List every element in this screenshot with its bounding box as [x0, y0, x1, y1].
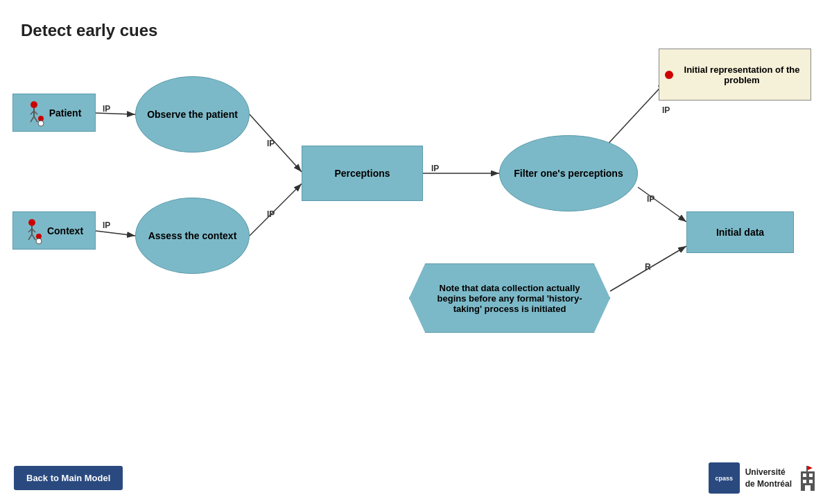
university-logo: Université de Montréal — [745, 467, 792, 490]
page-title: Detect early cues — [21, 21, 157, 40]
context-node: Context — [12, 211, 96, 250]
svg-line-21 — [28, 234, 32, 240]
initial-rep-wrapper: Initial representation of the problem — [659, 49, 811, 101]
svg-point-17 — [28, 219, 35, 226]
initial-data-label: Initial data — [716, 227, 764, 238]
assess-label: Assess the context — [148, 230, 237, 241]
svg-line-4 — [250, 184, 302, 236]
filter-node: Filter one's perceptions — [499, 135, 638, 211]
initial-rep-label: Initial representation of the problem — [679, 64, 811, 85]
initial-rep-dot — [665, 71, 673, 79]
svg-point-24 — [36, 238, 42, 244]
svg-line-22 — [32, 234, 35, 240]
svg-line-3 — [96, 231, 135, 236]
university-line1: Université — [745, 467, 792, 478]
svg-line-2 — [250, 114, 302, 172]
svg-rect-29 — [809, 480, 813, 483]
r-label: R — [645, 262, 651, 272]
cpass-logo: cpass — [709, 462, 740, 494]
ip-label-5: IP — [431, 164, 439, 173]
university-line2: de Montréal — [745, 478, 792, 490]
ip-label-4: IP — [267, 209, 275, 219]
ip-label-1: IP — [103, 104, 110, 114]
building-icon — [797, 464, 818, 492]
svg-line-13 — [31, 116, 34, 122]
svg-rect-30 — [805, 485, 811, 491]
svg-rect-31 — [806, 466, 808, 473]
perceptions-node: Perceptions — [302, 146, 423, 201]
cpass-text: cpass — [715, 475, 733, 482]
back-button[interactable]: Back to Main Model — [14, 466, 123, 490]
svg-marker-32 — [808, 466, 813, 470]
initial-data-node: Initial data — [686, 211, 794, 253]
note-label: Note that data collection actually begin… — [424, 283, 596, 314]
svg-line-7 — [638, 187, 686, 222]
patient-label: Patient — [49, 107, 82, 119]
patient-node: Patient — [12, 94, 96, 132]
context-label: Context — [47, 225, 83, 236]
observe-label: Observe the patient — [147, 109, 238, 120]
filter-label: Filter one's perceptions — [514, 168, 623, 179]
svg-point-16 — [38, 121, 44, 126]
ip-label-2: IP — [267, 139, 275, 148]
ip-label-7: IP — [647, 194, 655, 204]
svg-rect-27 — [809, 473, 813, 477]
observe-node: Observe the patient — [135, 76, 250, 153]
svg-line-6 — [603, 82, 666, 149]
svg-line-14 — [34, 116, 37, 122]
svg-point-9 — [31, 101, 37, 108]
perceptions-label: Perceptions — [334, 168, 390, 179]
svg-rect-26 — [803, 473, 806, 477]
svg-rect-28 — [803, 480, 806, 483]
ip-label-6: IP — [662, 105, 670, 115]
logo-area: cpass Université de Montréal — [709, 462, 818, 494]
note-node: Note that data collection actually begin… — [409, 263, 610, 333]
assess-node: Assess the context — [135, 198, 250, 274]
svg-line-1 — [96, 113, 135, 114]
ip-label-3: IP — [103, 220, 110, 230]
